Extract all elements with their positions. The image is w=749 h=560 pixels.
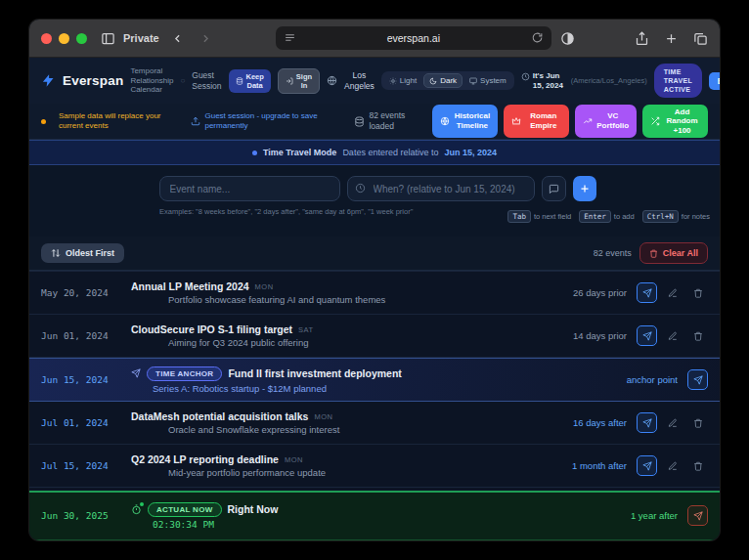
event-name-input[interactable] <box>159 176 340 201</box>
edit-event-button[interactable] <box>662 455 683 476</box>
sidebar-toggle-icon[interactable] <box>101 31 115 46</box>
event-row[interactable]: Jun 15, 2024TIME ANCHORFund II first inv… <box>29 358 720 402</box>
sun-icon <box>389 77 397 85</box>
trash-icon <box>693 288 703 298</box>
event-content: Q2 2024 LP reporting deadlineMONMid-year… <box>131 453 572 478</box>
list-toolbar: Oldest First 82 events Clear All <box>29 237 720 271</box>
historical-timeline-button[interactable]: Historical Timeline <box>432 105 498 139</box>
theme-option-label: Dark <box>440 76 457 85</box>
sign-in-button[interactable]: Sign In <box>278 68 320 94</box>
sign-in-label: Sign In <box>296 72 312 90</box>
pencil-icon <box>668 461 678 471</box>
set-anchor-button[interactable] <box>637 325 657 346</box>
event-subtitle: Series A: Robotics startup - $12M planne… <box>131 383 627 394</box>
moon-icon <box>429 77 437 85</box>
kbd-key: Enter <box>579 210 611 223</box>
event-weekday: MON <box>255 282 274 291</box>
event-row[interactable]: Jun 01, 2024CloudSecure IPO S-1 filing t… <box>29 315 720 358</box>
session-label: Guest Session <box>192 70 221 90</box>
theme-option-system[interactable]: System <box>463 73 512 88</box>
shield-icon[interactable] <box>560 31 575 46</box>
event-when-input[interactable] <box>347 176 535 201</box>
minimize-window-button[interactable] <box>59 33 69 44</box>
delete-event-button[interactable] <box>687 282 708 303</box>
timer-icon <box>131 504 142 515</box>
keep-data-label: Keep Data <box>246 72 264 90</box>
relative-time-label: 26 days prior <box>573 287 627 298</box>
event-weekday: SAT <box>298 325 314 334</box>
zoom-window-button[interactable] <box>76 33 87 44</box>
shortcut-hint: Ctrl+Nfor notes <box>642 210 710 223</box>
clear-all-button[interactable]: Clear All <box>639 242 708 264</box>
app-tagline: Temporal Relationship Calendar <box>130 66 173 95</box>
keep-data-button[interactable]: Keep Data <box>229 69 271 93</box>
keyboard-shortcuts: Tabto next fieldEnterto addCtrl+Nfor not… <box>507 210 710 223</box>
pencil-icon <box>668 331 678 341</box>
event-list: May 20, 2024Annual LP Meeting 2024MONPor… <box>29 271 720 540</box>
notes-button[interactable] <box>542 176 566 201</box>
reload-icon[interactable] <box>531 31 544 44</box>
monitor-icon <box>469 77 477 85</box>
event-row[interactable]: Jun 30, 2025ACTUAL NOWRight Now02:30:34 … <box>29 491 720 540</box>
forward-button[interactable] <box>196 32 216 45</box>
location-label[interactable]: Los Angeles <box>344 70 374 91</box>
today-label: It's Jun 15, 2024 <box>533 71 564 91</box>
app-name: Everspan <box>63 73 123 88</box>
share-icon[interactable] <box>635 31 649 46</box>
event-content: CloudSecure IPO S-1 filing targetSATAimi… <box>131 323 573 348</box>
banner-description: Dates entered relative to <box>342 148 438 157</box>
theme-option-label: System <box>480 76 507 85</box>
event-title: CloudSecure IPO S-1 filing target <box>131 323 292 335</box>
close-window-button[interactable] <box>41 33 52 44</box>
theme-option-light[interactable]: Light <box>383 73 422 88</box>
exit-time-travel-button[interactable]: Exit <box>709 72 720 90</box>
reader-icon[interactable] <box>284 31 296 44</box>
edit-event-button[interactable] <box>662 282 683 303</box>
set-anchor-button[interactable] <box>637 282 657 303</box>
event-row[interactable]: Jul 01, 2024DataMesh potential acquisiti… <box>29 402 720 445</box>
event-actions: 1 year after <box>631 505 708 526</box>
edit-event-button[interactable] <box>662 412 683 433</box>
event-date: Jun 15, 2024 <box>41 374 131 385</box>
guest-upgrade-link[interactable]: Guest session - upgrade to save permanen… <box>191 111 341 132</box>
private-browsing-label: Private <box>123 32 159 44</box>
roman-empire-button[interactable]: Roman Empire <box>504 105 569 139</box>
event-subtitle: Oracle and Snowflake expressing interest <box>131 424 573 435</box>
edit-event-button[interactable] <box>662 325 683 346</box>
address-bar[interactable]: everspan.ai <box>276 26 551 50</box>
everspan-logo-icon <box>41 73 56 88</box>
clock-icon <box>521 72 530 81</box>
new-tab-icon[interactable] <box>664 31 679 46</box>
back-button[interactable] <box>167 32 188 45</box>
browser-toolbar: Private everspan.ai <box>29 20 720 58</box>
database-icon <box>354 116 365 127</box>
set-anchor-button[interactable] <box>687 505 708 526</box>
theme-option-dark[interactable]: Dark <box>423 73 463 88</box>
shortcut-hint: Enterto add <box>579 210 634 223</box>
event-row[interactable]: Jul 15, 2024Q2 2024 LP reporting deadlin… <box>29 445 720 488</box>
sort-order-button[interactable]: Oldest First <box>41 243 124 263</box>
trash-icon <box>649 249 658 258</box>
event-title: Fund II first investment deployment <box>228 367 401 379</box>
event-date: May 20, 2024 <box>41 287 131 298</box>
examples-hint: Examples: "8 weeks before", "2 days afte… <box>159 207 431 218</box>
shortcut-label: to next field <box>534 212 571 221</box>
mode-dot-icon <box>252 151 257 155</box>
delete-event-button[interactable] <box>687 412 708 433</box>
set-anchor-button[interactable] <box>637 455 657 476</box>
time-travel-active-badge: TIME TRAVEL ACTIVE <box>654 64 702 98</box>
trash-icon <box>693 461 703 471</box>
event-title: Annual LP Meeting 2024 <box>131 280 249 292</box>
event-row[interactable]: May 20, 2024Annual LP Meeting 2024MONPor… <box>29 272 720 315</box>
set-anchor-button[interactable] <box>637 412 657 433</box>
delete-event-button[interactable] <box>687 455 708 476</box>
send-icon <box>642 461 652 471</box>
vc-portfolio-button[interactable]: VC Portfolio <box>575 105 637 139</box>
event-current-time: 02:30:34 PM <box>131 519 631 530</box>
tab-overview-icon[interactable] <box>693 31 708 46</box>
delete-event-button[interactable] <box>687 325 708 346</box>
add-event-button[interactable] <box>573 176 596 201</box>
set-anchor-button[interactable] <box>687 369 708 390</box>
upload-icon <box>191 116 200 126</box>
add-random-100-button[interactable]: Add Random +100 <box>642 105 708 139</box>
